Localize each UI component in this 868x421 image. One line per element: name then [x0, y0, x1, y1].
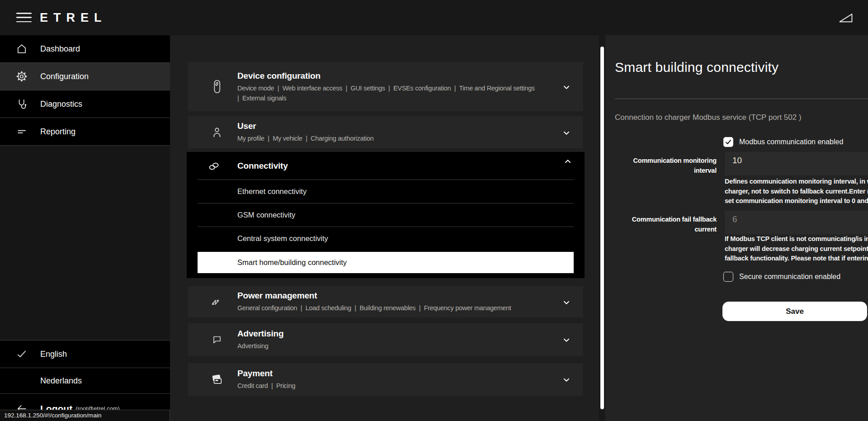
report-lines-icon: [15, 126, 28, 137]
panel-scrollbar-thumb[interactable]: [600, 47, 604, 409]
section-subtitle: | External signals: [237, 93, 549, 103]
section-title: Advertising: [237, 329, 549, 339]
checkbox-label: Secure communication enabled: [739, 273, 840, 281]
connectivity-header[interactable]: Connectivity: [187, 152, 585, 180]
top-bar: ETREL: [0, 0, 868, 35]
checkbox-label: Modbus communication enabled: [739, 138, 843, 146]
device-icon: [208, 79, 226, 95]
section-title: Device configuration: [237, 71, 549, 81]
chevron-down-icon[interactable]: [561, 375, 571, 385]
chevron-down-icon[interactable]: [561, 128, 571, 138]
credit-card-icon: [208, 373, 226, 386]
sidebar-item-label: Diagnostics: [40, 99, 82, 109]
save-button[interactable]: Save: [722, 302, 867, 321]
field-help-text: Defines communication monitoring interva…: [725, 177, 868, 206]
checkmark-icon: [15, 348, 28, 360]
connectivity-item-smart-home-building[interactable]: Smart home/building connectivity: [198, 252, 574, 273]
section-device-configuration[interactable]: Device configuration Device mode | Web i…: [188, 62, 583, 111]
section-subtitle: General configuration | Load scheduling …: [237, 303, 549, 313]
sidebar-item-diagnostics[interactable]: Diagnostics: [0, 90, 170, 118]
sidebar: Dashboard Configuration: [0, 35, 170, 421]
monitoring-interval-field: [725, 152, 868, 175]
wave-icon: [208, 296, 226, 308]
language-label: English: [40, 350, 67, 359]
section-title: Power management: [237, 291, 549, 301]
status-bar: 192.168.1.250/#!/configuration/main: [0, 410, 170, 421]
fallback-current-input[interactable]: [725, 211, 868, 234]
connectivity-item-gsm[interactable]: GSM connectivity: [187, 203, 585, 227]
divider: [615, 99, 868, 99]
modbus-enabled-checkbox[interactable]: Modbus communication enabled: [723, 137, 843, 147]
section-title: Payment: [237, 369, 549, 378]
section-subtitle: Advertising: [237, 341, 549, 351]
panel-section-label: Connection to charger Modbus service (TC…: [615, 113, 868, 122]
panel-title: Smart building connectivity: [615, 60, 778, 75]
section-subtitle: Credit card | Pricing: [237, 381, 549, 391]
fallback-current-field: [725, 211, 868, 234]
section-title: Connectivity: [237, 161, 288, 171]
status-url: 192.168.1.250/#!/configuration/main: [4, 412, 101, 419]
chevron-down-icon[interactable]: [561, 82, 571, 92]
secure-communication-checkbox[interactable]: Secure communication enabled: [723, 272, 840, 282]
sidebar-item-reporting[interactable]: Reporting: [0, 118, 170, 146]
field-help-text: If Modbus TCP client is not communicatin…: [725, 234, 868, 264]
section-advertising[interactable]: Advertising Advertising: [188, 323, 583, 356]
hamburger-menu-icon[interactable]: [16, 13, 32, 23]
section-payment[interactable]: Payment Credit card | Pricing: [188, 363, 583, 396]
home-icon: [15, 43, 28, 55]
link-icon: [205, 160, 223, 172]
sidebar-bottom: English Nederlands Logout (root@etrel.co…: [0, 340, 170, 421]
sidebar-item-label: Dashboard: [40, 44, 80, 54]
sidebar-item-configuration[interactable]: Configuration: [0, 63, 170, 90]
field-label: Communication monitoring interval: [615, 156, 717, 175]
speech-bubble-icon: [208, 334, 226, 345]
sidebar-item-label: Configuration: [40, 72, 89, 81]
app-window: ETREL Dashboard: [0, 0, 868, 421]
user-icon: [208, 126, 226, 139]
detail-panel: Smart building connectivity Connection t…: [605, 35, 868, 421]
checkbox-unchecked-icon: [723, 272, 733, 282]
section-power-management[interactable]: Power management General configuration |…: [188, 286, 583, 317]
stethoscope-icon: [15, 98, 28, 110]
sidebar-item-label: Reporting: [40, 127, 75, 137]
field-label: Communication fail fallback current: [615, 214, 717, 234]
chevron-up-icon[interactable]: [563, 156, 573, 166]
signal-triangle-icon[interactable]: [838, 12, 854, 24]
language-item-english[interactable]: English: [0, 340, 170, 368]
chevron-down-icon[interactable]: [561, 298, 571, 307]
section-title: User: [237, 121, 549, 131]
panel-scrollbar-track: [599, 35, 605, 421]
gear-icon: [15, 71, 28, 82]
language-label: Nederlands: [40, 376, 82, 386]
section-subtitle: My profile | My vehicle | Charging autho…: [237, 133, 549, 143]
checkbox-checked-icon: [723, 137, 733, 147]
connectivity-item-central-system[interactable]: Central system connectivity: [187, 227, 585, 250]
section-connectivity: Connectivity Ethernet connectivity GSM c…: [187, 152, 585, 278]
monitoring-interval-input[interactable]: [725, 152, 868, 175]
section-subtitle: Device mode | Web interface access | GUI…: [237, 83, 549, 93]
connectivity-item-ethernet[interactable]: Ethernet connectivity: [187, 180, 585, 203]
chevron-down-icon[interactable]: [561, 335, 571, 345]
section-user[interactable]: User My profile | My vehicle | Charging …: [188, 116, 583, 148]
configuration-list: Device configuration Device mode | Web i…: [170, 35, 603, 421]
etrel-logo: ETREL: [40, 11, 107, 25]
language-item-nederlands[interactable]: Nederlands: [0, 368, 170, 393]
sidebar-item-dashboard[interactable]: Dashboard: [0, 35, 170, 63]
